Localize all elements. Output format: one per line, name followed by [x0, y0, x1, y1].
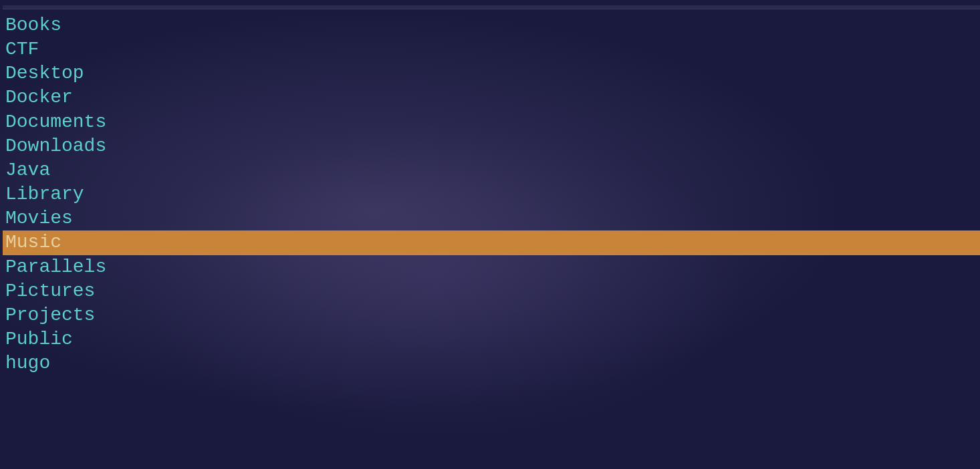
list-item[interactable]: Desktop	[3, 61, 980, 86]
list-item[interactable]: Documents	[3, 110, 980, 134]
list-item[interactable]: Projects	[3, 303, 980, 327]
list-item[interactable]: Docker	[3, 86, 980, 110]
list-item[interactable]: Downloads	[3, 134, 980, 158]
list-item[interactable]: Music	[3, 230, 980, 255]
list-item[interactable]: Java	[3, 158, 980, 182]
list-item[interactable]: Pictures	[3, 279, 980, 303]
top-bar	[3, 5, 980, 9]
list-item[interactable]: CTF	[3, 37, 980, 61]
file-list: BooksCTFDesktopDockerDocumentsDownloadsJ…	[3, 13, 980, 375]
list-item[interactable]: hugo	[3, 351, 980, 375]
list-item[interactable]: Parallels	[3, 255, 980, 279]
list-item[interactable]: Library	[3, 182, 980, 206]
list-item[interactable]: Books	[3, 13, 980, 37]
list-item[interactable]: Public	[3, 327, 980, 351]
list-item[interactable]: Movies	[3, 206, 980, 230]
